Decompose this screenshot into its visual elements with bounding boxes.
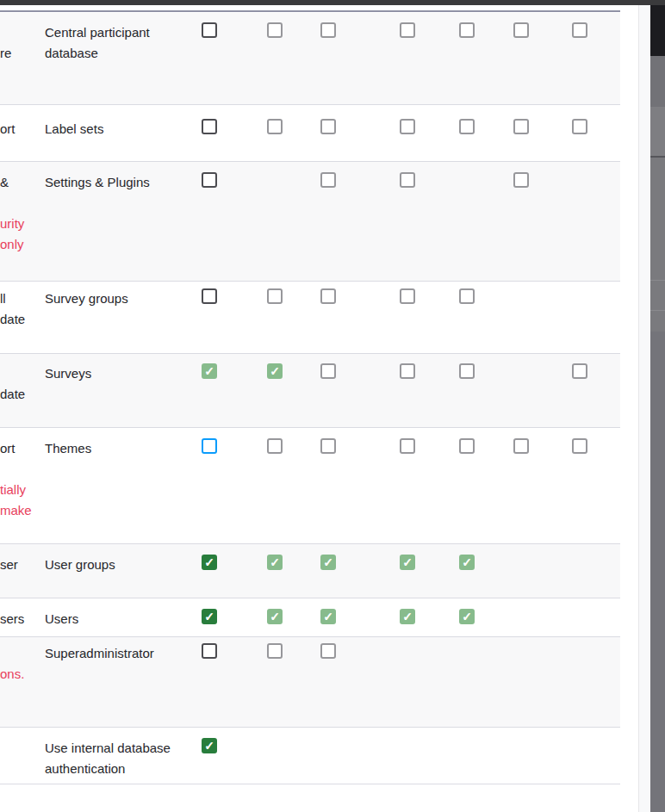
permission-checkbox-col5[interactable] — [459, 288, 475, 304]
permission-checkbox-col6[interactable] — [513, 119, 529, 134]
permission-row: Superadministratorons. — [0, 637, 620, 728]
permission-checkbox-col2[interactable] — [267, 643, 283, 659]
permission-checkbox-col7[interactable] — [572, 22, 587, 38]
checkmark-icon: ✓ — [204, 365, 214, 377]
permission-name: Survey groups — [45, 288, 183, 309]
permission-name: Central participant database — [45, 22, 183, 64]
danger-note-fragment: tially — [0, 480, 40, 500]
permission-checkbox-col2[interactable] — [267, 119, 283, 134]
checkmark-icon: ✓ — [323, 611, 333, 623]
danger-note-fragment: make — [0, 500, 40, 521]
permission-checkbox-col1[interactable] — [202, 119, 217, 134]
permission-checkbox-col1[interactable]: ✓ — [202, 738, 217, 753]
permission-checkbox-col3[interactable] — [320, 119, 336, 134]
checkmark-icon: ✓ — [204, 611, 214, 623]
permission-checkbox-col1[interactable]: ✓ — [202, 555, 217, 570]
permissions-panel: Central participant databasereLabel sets… — [0, 0, 665, 812]
permission-row: User groupsser✓✓✓✓✓ — [0, 544, 620, 598]
description-fragment: & — [0, 172, 40, 193]
background-page-overlay: Use — [650, 0, 665, 812]
permission-row: Central participant databasere — [0, 13, 620, 105]
description-fragment: ort — [0, 438, 40, 459]
permission-checkbox-col3[interactable] — [320, 288, 336, 304]
permission-checkbox-col4[interactable] — [400, 119, 415, 134]
permission-checkbox-col3[interactable]: ✓ — [320, 555, 336, 570]
permission-checkbox-col4[interactable] — [400, 22, 415, 38]
permission-checkbox-col4[interactable] — [400, 438, 415, 454]
background-heading-band: Use — [650, 107, 665, 158]
permission-row: Userssers✓✓✓✓✓ — [0, 598, 620, 637]
permission-checkbox-col1[interactable] — [202, 438, 217, 454]
permission-checkbox-col1[interactable] — [202, 288, 217, 304]
permission-checkbox-col1[interactable]: ✓ — [202, 363, 217, 379]
permission-checkbox-col2[interactable]: ✓ — [267, 609, 283, 624]
permission-checkbox-col5[interactable]: ✓ — [459, 555, 475, 570]
permission-checkbox-col2[interactable]: ✓ — [267, 555, 283, 570]
background-body-band — [650, 332, 665, 812]
permission-checkbox-col6[interactable] — [513, 172, 529, 188]
permission-name: Use internal database authentication — [45, 738, 183, 779]
permission-row: Themesorttiallymake — [0, 428, 620, 544]
permission-checkbox-col5[interactable] — [459, 363, 475, 379]
permission-checkbox-col3[interactable] — [320, 643, 336, 659]
checkmark-icon: ✓ — [402, 611, 413, 623]
permission-row: Use internal database authentication✓ — [0, 728, 620, 784]
permission-name: Superadministrator — [45, 643, 183, 664]
danger-note-fragment: urity — [0, 214, 40, 234]
background-menubar-band — [650, 5, 665, 56]
checkmark-icon: ✓ — [462, 556, 472, 568]
permission-name: User groups — [45, 555, 183, 575]
permission-checkbox-col1[interactable] — [202, 172, 217, 188]
permission-checkbox-col3[interactable] — [320, 438, 336, 454]
permission-checkbox-col7[interactable] — [572, 119, 587, 134]
permission-checkbox-col1[interactable] — [202, 643, 217, 659]
description-fragment: date — [0, 384, 40, 405]
permission-checkbox-col7[interactable] — [572, 438, 587, 454]
danger-note-fragment: only — [0, 234, 40, 255]
background-row-divider — [650, 280, 665, 281]
description-fragment: sers — [0, 609, 40, 629]
checkmark-icon: ✓ — [270, 365, 280, 377]
permission-checkbox-col2[interactable] — [267, 438, 283, 454]
background-breadcrumb-band — [650, 56, 665, 107]
permission-checkbox-col3[interactable]: ✓ — [320, 609, 336, 624]
permission-checkbox-col4[interactable] — [400, 288, 415, 304]
permission-checkbox-col3[interactable] — [320, 363, 336, 379]
description-fragment: ort — [0, 119, 40, 139]
permission-checkbox-col3[interactable] — [320, 22, 336, 38]
permission-checkbox-col5[interactable] — [459, 22, 475, 38]
background-row-divider — [650, 310, 665, 311]
permission-checkbox-col5[interactable] — [459, 438, 475, 454]
permission-checkbox-col2[interactable] — [267, 288, 283, 304]
permission-row: Label setsort — [0, 105, 620, 162]
permission-checkbox-col4[interactable] — [400, 172, 415, 188]
description-fragment: ll — [0, 288, 40, 309]
permission-checkbox-col6[interactable] — [513, 438, 529, 454]
permission-checkbox-col5[interactable] — [459, 119, 475, 134]
checkmark-icon: ✓ — [402, 556, 413, 568]
checkmark-icon: ✓ — [462, 611, 472, 623]
permission-name: Surveys — [45, 363, 183, 384]
permission-checkbox-col2[interactable]: ✓ — [267, 363, 283, 379]
permission-checkbox-col6[interactable] — [513, 22, 529, 38]
permission-checkbox-col5[interactable]: ✓ — [459, 609, 475, 624]
permission-row: Surveysdate✓✓ — [0, 354, 620, 428]
permission-checkbox-col4[interactable]: ✓ — [400, 609, 415, 624]
permission-checkbox-col4[interactable]: ✓ — [400, 555, 415, 570]
permission-checkbox-col4[interactable] — [400, 363, 415, 379]
checkmark-icon: ✓ — [204, 740, 214, 752]
checkmark-icon: ✓ — [270, 611, 280, 623]
permission-checkbox-col3[interactable] — [320, 172, 336, 188]
permission-checkbox-col1[interactable]: ✓ — [202, 609, 217, 624]
scroll-gutter[interactable] — [638, 5, 650, 812]
permission-name: Settings & Plugins — [45, 172, 183, 193]
permission-checkbox-col2[interactable] — [267, 22, 283, 38]
permission-name: Users — [45, 609, 183, 629]
permission-row: Settings & Plugins&urityonly — [0, 162, 620, 282]
permission-checkbox-col1[interactable] — [202, 22, 217, 38]
background-subbar-band — [650, 158, 665, 332]
permission-row: Survey groupslldate — [0, 282, 620, 354]
permission-name: Themes — [45, 438, 183, 459]
permission-checkbox-col7[interactable] — [572, 363, 587, 379]
description-fragment: re — [0, 43, 40, 64]
